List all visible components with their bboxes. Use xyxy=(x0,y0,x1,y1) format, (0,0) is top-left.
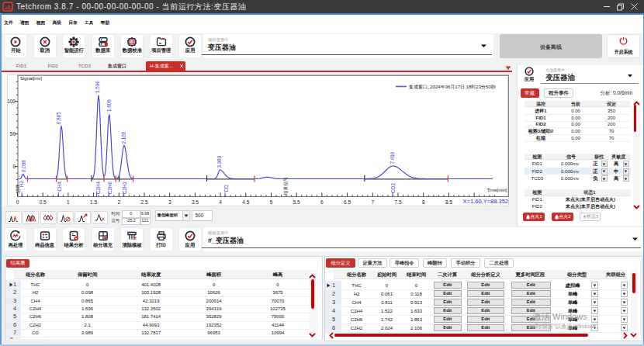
svg-text:100: 100 xyxy=(7,99,16,104)
svg-text:5: 5 xyxy=(270,199,273,205)
svg-text:7.5: 7.5 xyxy=(394,199,401,205)
svg-text:C2H2: C2H2 xyxy=(122,182,127,195)
svg-text:6.5: 6.5 xyxy=(344,199,351,205)
svg-text:进样: 进样 xyxy=(16,184,21,193)
svg-text:0.5: 0.5 xyxy=(40,199,47,205)
svg-text:Signal[mv]: Signal[mv] xyxy=(20,76,42,81)
svg-text:3.5: 3.5 xyxy=(192,199,199,205)
svg-text:CO: CO xyxy=(223,185,229,192)
svg-text:集成窗口_2024年06月17日 18时23分50秒: 集成窗口_2024年06月17日 18时23分50秒 xyxy=(409,84,496,90)
svg-text:Time[min]: Time[min] xyxy=(486,188,507,192)
svg-text:3: 3 xyxy=(168,199,171,205)
svg-text:CO2: CO2 xyxy=(390,183,396,193)
svg-text:0: 0 xyxy=(12,164,16,169)
svg-text:5.5: 5.5 xyxy=(293,199,300,205)
svg-text:0.098: 0.098 xyxy=(21,160,26,172)
svg-text:8.5: 8.5 xyxy=(445,199,452,205)
svg-text:2.100: 2.100 xyxy=(121,131,126,144)
svg-text:1.596: 1.596 xyxy=(95,81,100,93)
svg-text:结束信号: 结束信号 xyxy=(283,177,289,195)
svg-text:2.5: 2.5 xyxy=(140,199,147,205)
svg-text:7: 7 xyxy=(371,199,374,205)
svg-text:2: 2 xyxy=(117,199,120,205)
svg-text:1.808: 1.808 xyxy=(106,99,112,112)
svg-text:50: 50 xyxy=(10,131,16,137)
svg-text:CH4: CH4 xyxy=(57,182,62,192)
svg-text:8: 8 xyxy=(422,199,425,205)
svg-text:0: 0 xyxy=(16,199,19,205)
svg-text:4: 4 xyxy=(219,199,222,205)
svg-text:0.865: 0.865 xyxy=(56,112,61,124)
svg-text:X=1.60,Y=88.352: X=1.60,Y=88.352 xyxy=(463,198,508,205)
svg-text:1.5: 1.5 xyxy=(90,199,97,205)
svg-text:C2H4: C2H4 xyxy=(95,182,101,195)
svg-text:6: 6 xyxy=(320,199,324,205)
svg-text:1: 1 xyxy=(67,199,70,205)
svg-text:7.416: 7.416 xyxy=(390,151,395,164)
svg-text:4.5: 4.5 xyxy=(242,199,249,205)
svg-text:C2H6: C2H6 xyxy=(107,182,113,195)
svg-text:3.989: 3.989 xyxy=(216,155,222,168)
